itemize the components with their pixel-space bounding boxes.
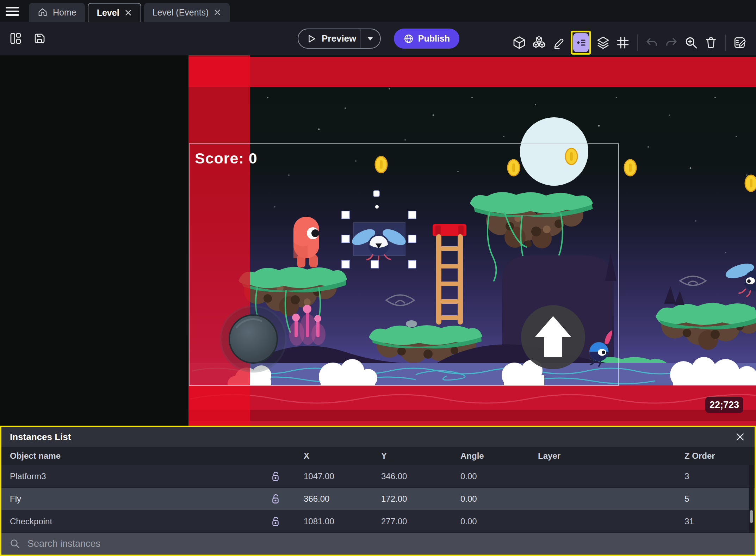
instances-list-icon [575, 37, 587, 49]
instance-z-order: 3 [670, 471, 755, 481]
objects-panel-button[interactable] [512, 35, 527, 50]
close-icon [736, 432, 745, 441]
tab-level-events-label: Level (Events) [153, 7, 209, 18]
edit-scene-icon [733, 36, 747, 50]
object-groups-button[interactable] [531, 35, 547, 50]
col-z-order[interactable]: Z Order [670, 451, 755, 461]
object-groups-icon [532, 35, 546, 50]
instances-list-panel: Instances List Object name X Y Angle Lay… [0, 426, 756, 556]
project-manager-button[interactable] [8, 31, 23, 46]
redo-icon [664, 36, 678, 50]
hamburger-icon [6, 7, 19, 8]
delete-button[interactable] [703, 35, 719, 50]
pencil-icon [552, 36, 566, 50]
lock-toggle[interactable] [261, 516, 290, 527]
main-toolbar: Preview Publish [0, 22, 756, 55]
scene-bottom-red-bands [188, 385, 756, 426]
home-icon [37, 7, 48, 18]
undo-button[interactable] [644, 35, 659, 50]
instances-panel-header: Instances List [1, 427, 755, 447]
grid-icon [616, 36, 630, 50]
instance-x: 1047.00 [290, 471, 367, 481]
moon-sprite[interactable] [520, 117, 588, 186]
edit-scene-button[interactable] [732, 35, 748, 50]
instances-table-body: Platform3 1047.00 346.00 0.00 3 Fly [1, 465, 755, 533]
instance-x: 366.00 [290, 494, 367, 504]
instance-angle: 0.00 [445, 517, 522, 526]
col-object-name[interactable]: Object name [1, 451, 261, 461]
rotation-handle[interactable] [373, 191, 379, 197]
undo-icon [645, 36, 659, 50]
globe-icon [403, 33, 414, 44]
joystick-control[interactable] [221, 306, 286, 372]
play-icon [306, 33, 317, 44]
lock-toggle[interactable] [261, 471, 290, 482]
gdevelop-editor-window: Home Level Level (Events) Preview [0, 0, 756, 556]
search-icon [9, 538, 20, 549]
preview-options-button[interactable] [360, 29, 380, 48]
instance-z-order: 5 [670, 494, 755, 504]
instances-list-button-active-bg [573, 33, 589, 52]
instances-panel-title: Instances List [10, 432, 734, 443]
instance-row[interactable]: Checkpoint 1081.00 277.00 0.00 31 [1, 510, 755, 533]
scene-render [0, 55, 756, 426]
toolbar-divider [725, 35, 726, 51]
col-angle[interactable]: Angle [445, 451, 522, 461]
cursor-coordinates-badge: 22;723 [705, 397, 743, 413]
trash-icon [704, 36, 718, 50]
instance-y: 277.00 [367, 517, 445, 526]
scene-editor-canvas[interactable]: Score: 0 22;723 [0, 55, 756, 426]
col-y[interactable]: Y [367, 451, 445, 461]
unlock-icon [270, 471, 281, 482]
tab-home[interactable]: Home [29, 3, 85, 22]
jump-button-control[interactable] [521, 305, 585, 369]
toolbar-divider [637, 35, 638, 51]
project-manager-icon [9, 32, 22, 45]
zoom-in-icon [684, 36, 698, 50]
tab-home-label: Home [53, 7, 76, 18]
close-tab-icon[interactable] [213, 8, 221, 16]
instance-name: Platform3 [1, 471, 261, 481]
tab-level-events[interactable]: Level (Events) [144, 3, 230, 22]
layers-icon [596, 36, 610, 50]
unlock-icon [270, 516, 281, 527]
instance-x: 1081.00 [290, 517, 367, 526]
col-layer[interactable]: Layer [522, 451, 670, 461]
publish-label: Publish [418, 33, 450, 44]
redo-button[interactable] [664, 35, 679, 50]
objects-cube-icon [512, 36, 526, 50]
layers-button[interactable] [595, 35, 611, 50]
score-text[interactable]: Score: 0 [195, 150, 258, 167]
instances-search-bar [1, 533, 755, 555]
publish-button[interactable]: Publish [394, 29, 459, 49]
preview-button[interactable]: Preview [298, 29, 381, 49]
instance-y: 346.00 [367, 471, 445, 481]
instance-z-order: 31 [670, 517, 755, 526]
save-button[interactable] [32, 31, 47, 46]
close-panel-button[interactable] [734, 431, 746, 443]
preview-label: Preview [317, 33, 360, 44]
instance-angle: 0.00 [445, 471, 522, 481]
main-menu-button[interactable] [6, 5, 22, 18]
col-x[interactable]: X [290, 451, 367, 461]
chevron-down-icon [367, 37, 373, 41]
grid-button[interactable] [615, 35, 631, 50]
zoom-button[interactable] [683, 35, 699, 50]
save-icon [33, 32, 46, 45]
scrollbar-thumb[interactable] [750, 510, 753, 523]
instance-y: 172.00 [367, 494, 445, 504]
instances-table-header: Object name X Y Angle Layer Z Order [1, 447, 755, 465]
tab-bar: Home Level Level (Events) [0, 0, 756, 22]
scene-top-red-band [188, 57, 756, 87]
lock-toggle[interactable] [261, 493, 290, 505]
instance-name: Checkpoint [1, 517, 261, 526]
search-instances-input[interactable] [27, 538, 747, 550]
tab-level[interactable]: Level [88, 3, 141, 22]
close-tab-icon[interactable] [124, 9, 132, 17]
unlock-icon [270, 493, 281, 505]
tab-level-label: Level [97, 8, 119, 18]
instances-list-button[interactable] [571, 31, 591, 55]
instance-row[interactable]: Platform3 1047.00 346.00 0.00 3 [1, 465, 755, 488]
instance-row[interactable]: Fly 366.00 172.00 0.00 5 [1, 488, 755, 510]
properties-button[interactable] [551, 35, 566, 50]
